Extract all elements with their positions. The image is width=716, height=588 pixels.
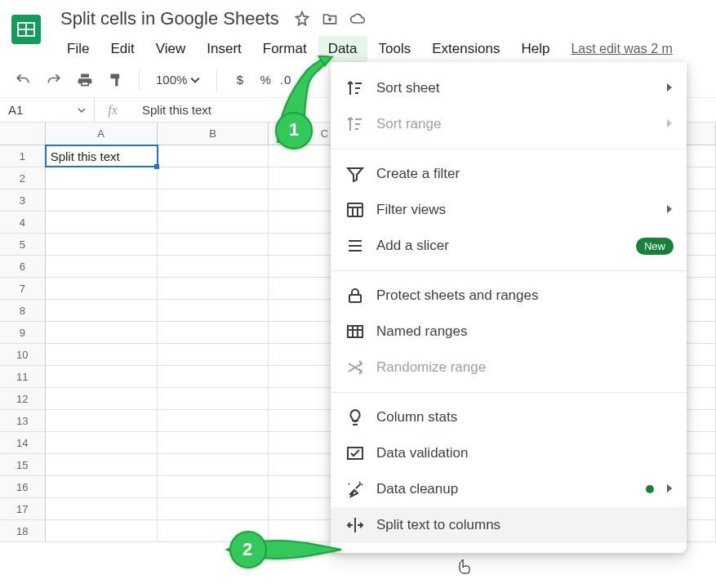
cell[interactable] <box>46 410 158 431</box>
cell[interactable] <box>46 344 158 365</box>
row-header[interactable]: 17 <box>0 498 46 519</box>
formula-input[interactable]: Split this text <box>131 103 211 117</box>
cell[interactable] <box>158 454 269 475</box>
filter-views-icon <box>345 200 365 220</box>
sheets-logo[interactable] <box>8 11 44 47</box>
cell[interactable] <box>46 300 158 321</box>
menu-format[interactable]: Format <box>253 36 317 62</box>
menu-view[interactable]: View <box>146 36 196 62</box>
redo-button[interactable] <box>42 69 65 91</box>
row-header[interactable]: 14 <box>0 432 46 453</box>
zoom-select[interactable]: 100% <box>151 73 205 87</box>
cell[interactable] <box>46 322 158 343</box>
menu-item-filter-views[interactable]: Filter views <box>331 192 687 228</box>
select-all-corner[interactable] <box>0 122 46 145</box>
star-icon[interactable] <box>294 11 310 27</box>
cell[interactable] <box>46 476 158 497</box>
menu-item-bulb[interactable]: Column stats <box>331 399 687 435</box>
cell[interactable] <box>158 366 269 387</box>
row-header[interactable]: 6 <box>0 256 46 277</box>
cell[interactable] <box>46 366 158 387</box>
format-percent-button[interactable]: % <box>260 69 271 91</box>
cell[interactable] <box>158 300 269 321</box>
menu-item-split[interactable]: Split text to columns <box>331 507 687 543</box>
row-header[interactable]: 18 <box>0 520 46 541</box>
cloud-status-icon[interactable] <box>349 11 366 27</box>
menu-tools[interactable]: Tools <box>369 36 421 62</box>
row-header[interactable]: 16 <box>0 476 46 497</box>
menu-help[interactable]: Help <box>511 36 559 62</box>
menu-item-validation[interactable]: Data validation <box>331 435 687 471</box>
menu-item-label: Create a filter <box>376 166 460 182</box>
format-number-button[interactable]: .0 <box>280 69 292 91</box>
menu-data[interactable]: Data <box>318 36 367 62</box>
row-header[interactable]: 8 <box>0 300 46 321</box>
cell[interactable] <box>158 167 269 189</box>
row-header[interactable]: 10 <box>0 344 46 365</box>
row-header[interactable]: 3 <box>0 189 46 211</box>
chevron-right-icon <box>665 116 674 132</box>
print-button[interactable] <box>73 69 96 91</box>
cell[interactable] <box>46 520 158 541</box>
cell[interactable] <box>158 234 269 255</box>
row-header[interactable]: 7 <box>0 278 46 299</box>
menu-item-label: Filter views <box>376 202 446 218</box>
cell[interactable] <box>46 432 158 453</box>
cell[interactable] <box>46 167 158 189</box>
menu-item-lock[interactable]: Protect sheets and ranges <box>331 278 687 314</box>
cell[interactable] <box>46 256 158 277</box>
menu-item-sort-sheet[interactable]: Sort sheet <box>331 70 687 106</box>
svg-rect-5 <box>349 295 361 302</box>
cell[interactable]: Split this text <box>46 145 158 167</box>
menu-item-label: Named ranges <box>376 323 468 340</box>
menu-item-slicer[interactable]: Add a slicerNew <box>331 228 687 264</box>
cell[interactable] <box>158 212 269 233</box>
row-header[interactable]: 13 <box>0 410 46 431</box>
format-currency-button[interactable]: $ <box>229 69 251 91</box>
row-header[interactable]: 5 <box>0 234 46 255</box>
column-header[interactable]: A <box>46 122 158 145</box>
row-header[interactable]: 15 <box>0 454 46 475</box>
cell[interactable] <box>46 454 158 475</box>
document-title[interactable]: Split cells in Google Sheets <box>57 7 282 31</box>
menu-file[interactable]: File <box>57 36 99 62</box>
menu-item-filter[interactable]: Create a filter <box>331 156 687 192</box>
menu-edit[interactable]: Edit <box>100 36 144 62</box>
row-header[interactable]: 9 <box>0 322 46 343</box>
cell[interactable] <box>158 498 269 519</box>
menu-item-named-ranges[interactable]: Named ranges <box>331 314 687 350</box>
cell[interactable] <box>158 520 269 541</box>
row-header[interactable]: 11 <box>0 366 46 387</box>
cell[interactable] <box>158 388 269 409</box>
row-header[interactable]: 4 <box>0 212 46 233</box>
cell[interactable] <box>158 256 269 277</box>
cell[interactable] <box>158 476 269 497</box>
undo-button[interactable] <box>11 69 34 91</box>
last-edit-link[interactable]: Last edit was 2 m <box>571 42 673 56</box>
cell[interactable] <box>158 322 269 343</box>
row-header[interactable]: 2 <box>0 167 46 189</box>
menu-item-label: Split text to columns <box>376 517 500 533</box>
name-box[interactable]: A1 <box>0 98 95 122</box>
cell[interactable] <box>158 278 269 299</box>
paint-format-button[interactable] <box>105 69 127 91</box>
cell[interactable] <box>158 145 269 167</box>
cell[interactable] <box>46 498 158 519</box>
cell[interactable] <box>158 344 269 365</box>
menu-extensions[interactable]: Extensions <box>422 36 509 62</box>
cell[interactable] <box>158 410 269 431</box>
menu-item-cleanup[interactable]: Data cleanup <box>331 471 687 507</box>
cell[interactable] <box>46 212 158 233</box>
row-header[interactable]: 1 <box>0 145 46 167</box>
cell[interactable] <box>46 189 158 211</box>
zoom-value: 100% <box>156 73 187 87</box>
cell[interactable] <box>158 189 269 211</box>
move-to-folder-icon[interactable] <box>322 11 338 27</box>
cell[interactable] <box>158 432 269 453</box>
menu-insert[interactable]: Insert <box>197 36 251 62</box>
cell[interactable] <box>46 388 158 409</box>
cell[interactable] <box>46 278 158 299</box>
cell[interactable] <box>46 234 158 255</box>
column-header[interactable]: B <box>158 122 269 145</box>
row-header[interactable]: 12 <box>0 388 46 409</box>
